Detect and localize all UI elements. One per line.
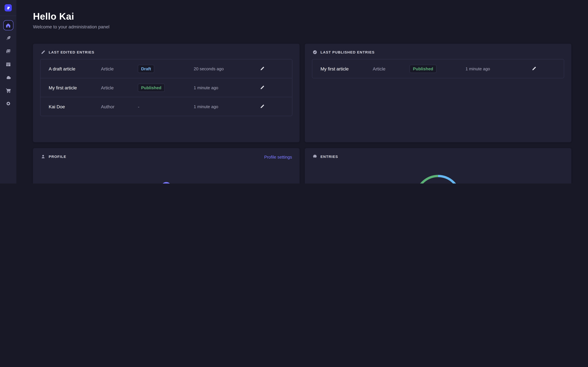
last-published-header: LAST PUBLISHED ENTRIES xyxy=(313,50,375,54)
status-badge: - xyxy=(138,104,139,109)
entries-donut-chart: 3 entries xyxy=(414,174,462,184)
pencil-icon xyxy=(260,66,265,71)
sidebar-divider xyxy=(0,16,16,16)
entry-name: My first article xyxy=(320,66,349,71)
entry-time: 20 seconds ago xyxy=(194,66,224,71)
entry-time: 1 minute ago xyxy=(194,104,218,109)
panel-title: ENTRIES xyxy=(320,155,338,158)
last-published-entries-panel: LAST PUBLISHED ENTRIES My first article … xyxy=(305,44,571,142)
entries-panel: ENTRIES 3 entries Draft Published xyxy=(305,148,571,184)
sidebar-nav xyxy=(5,35,11,106)
last-edited-entries-panel: LAST EDITED ENTRIES A draft article Arti… xyxy=(33,44,300,142)
check-circle-icon xyxy=(313,50,317,54)
images-icon xyxy=(5,49,11,54)
entry-kind: Article xyxy=(101,85,114,90)
layout-icon xyxy=(5,62,11,67)
last-published-table: My first article Article Published 1 min… xyxy=(312,59,564,78)
panel-title: LAST PUBLISHED ENTRIES xyxy=(320,50,375,54)
entry-name: A draft article xyxy=(49,66,75,71)
last-edited-table: A draft article Article Draft 20 seconds… xyxy=(40,59,292,116)
sidebar-item-marketplace[interactable] xyxy=(5,88,11,93)
stage: KD Hello Kai Welcome to your administrat… xyxy=(0,0,588,184)
sidebar-item-settings[interactable] xyxy=(5,101,11,106)
edit-entry-button[interactable] xyxy=(260,66,265,71)
edit-entry-button[interactable] xyxy=(260,104,265,109)
sidebar-item-content-manager[interactable] xyxy=(5,35,11,41)
profile-avatar: KD xyxy=(161,182,171,184)
sidebar: KD xyxy=(0,0,16,184)
user-icon xyxy=(41,154,45,159)
feather-icon xyxy=(5,35,11,41)
entries-header: ENTRIES xyxy=(313,154,338,159)
panel-title: LAST EDITED ENTRIES xyxy=(49,50,95,54)
profile-panel: PROFILE Profile settings KD Kai Doe kai.… xyxy=(33,148,300,184)
table-row: My first article Article Published 1 min… xyxy=(41,78,292,97)
sidebar-item-cloud[interactable] xyxy=(5,75,11,80)
entry-time: 1 minute ago xyxy=(194,85,218,90)
pencil-icon xyxy=(260,104,265,108)
pencil-icon xyxy=(41,50,45,54)
sidebar-item-content-type-builder[interactable] xyxy=(5,62,11,67)
entry-kind: Author xyxy=(101,104,114,109)
table-row: Kai Doe Author - 1 minute ago xyxy=(41,97,292,116)
last-edited-header: LAST EDITED ENTRIES xyxy=(41,50,95,54)
status-badge: Draft xyxy=(138,65,154,73)
profile-header: PROFILE xyxy=(41,154,66,159)
pencil-icon xyxy=(532,66,536,71)
gear-icon xyxy=(5,101,11,106)
edit-entry-button[interactable] xyxy=(532,66,537,71)
cloud-icon xyxy=(5,75,11,80)
puzzle-icon xyxy=(313,154,317,159)
entry-kind: Article xyxy=(101,66,114,71)
entry-time: 1 minute ago xyxy=(466,66,490,71)
profile-settings-link[interactable]: Profile settings xyxy=(264,155,292,159)
page-subtitle: Welcome to your administration panel xyxy=(33,24,109,29)
page-title: Hello Kai xyxy=(33,11,74,22)
status-badge: Published xyxy=(410,65,436,73)
donut-center: 3 entries xyxy=(414,174,462,184)
edit-entry-button[interactable] xyxy=(260,85,265,90)
strapi-logo-icon xyxy=(6,6,10,10)
sidebar-item-home[interactable] xyxy=(3,20,13,30)
table-row: My first article Article Published 1 min… xyxy=(312,59,564,78)
sidebar-item-media-library[interactable] xyxy=(5,49,11,54)
status-badge: Published xyxy=(138,83,165,92)
home-icon xyxy=(6,23,11,28)
entry-name: Kai Doe xyxy=(49,104,65,109)
pencil-icon xyxy=(260,85,265,90)
entry-kind: Article xyxy=(373,66,385,71)
cart-icon xyxy=(5,88,11,93)
panel-title: PROFILE xyxy=(49,155,66,158)
entry-name: My first article xyxy=(49,85,77,90)
strapi-logo[interactable] xyxy=(5,4,12,11)
table-row: A draft article Article Draft 20 seconds… xyxy=(41,59,292,78)
